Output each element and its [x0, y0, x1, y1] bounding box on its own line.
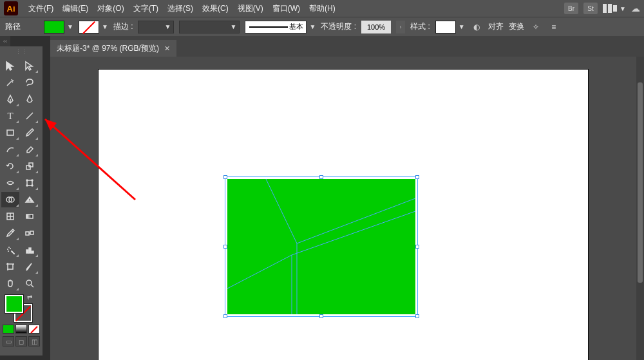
stock-icon[interactable]: St — [583, 3, 598, 14]
handle-mid-right[interactable] — [415, 245, 419, 249]
stroke-weight-dropdown[interactable]: ▼ — [138, 21, 174, 33]
color-mode-gradient[interactable] — [15, 325, 27, 334]
symbol-sprayer-tool[interactable] — [1, 242, 19, 258]
svg-line-0 — [26, 113, 33, 119]
column-graph-tool[interactable] — [21, 242, 39, 258]
document-tab-title: 未标题-3* @ 97% (RGB/预览) — [57, 43, 159, 54]
opacity-step-icon[interactable]: › — [396, 21, 405, 33]
eraser-tool[interactable] — [21, 142, 39, 157]
menu-object[interactable]: 对象(O) — [93, 1, 128, 17]
menu-window[interactable]: 窗口(W) — [269, 1, 304, 17]
swap-colors-icon[interactable]: ⇄ — [27, 294, 32, 301]
draw-behind-icon[interactable]: ◻ — [15, 336, 27, 346]
collapse-dock-icon[interactable]: ‹‹ — [0, 36, 10, 46]
stroke-dropdown-icon[interactable]: ▼ — [102, 23, 108, 30]
opacity-label: 不透明度 : — [321, 21, 356, 32]
menu-edit[interactable]: 编辑(E) — [59, 1, 92, 17]
document-tab[interactable]: 未标题-3* @ 97% (RGB/预览) ✕ — [50, 40, 176, 57]
svg-point-5 — [26, 180, 28, 181]
menu-effect[interactable]: 效果(C) — [198, 1, 232, 17]
vertical-scrollbar[interactable] — [636, 57, 644, 360]
color-mode-solid[interactable] — [3, 325, 14, 334]
handle-bottom-left[interactable] — [223, 314, 227, 318]
menu-select[interactable]: 选择(S) — [164, 1, 197, 17]
gradient-tool[interactable] — [21, 209, 39, 224]
style-dropdown-icon[interactable]: ▼ — [459, 23, 465, 30]
draw-inside-icon[interactable]: ◫ — [28, 336, 40, 346]
paintbrush-tool[interactable] — [21, 125, 39, 140]
svg-rect-20 — [32, 251, 33, 253]
artboard[interactable] — [99, 70, 588, 360]
zoom-tool[interactable] — [21, 276, 39, 291]
recolor-artwork-icon[interactable]: ◐ — [470, 21, 483, 33]
arrange-documents-icon[interactable] — [603, 4, 617, 13]
shaper-tool[interactable] — [1, 142, 19, 157]
svg-rect-16 — [30, 231, 33, 234]
panel-grab-icon[interactable]: ⋮⋮ — [1, 49, 41, 55]
svg-rect-14 — [26, 214, 33, 218]
eyedropper-tool[interactable] — [1, 225, 19, 241]
graphic-style-swatch[interactable] — [435, 21, 456, 33]
svg-rect-19 — [29, 248, 31, 253]
menu-type[interactable]: 文字(T) — [129, 1, 162, 17]
mesh-tool[interactable] — [1, 209, 19, 224]
rectangle-tool[interactable] — [1, 125, 19, 140]
perspective-grid-tool[interactable] — [21, 192, 39, 207]
svg-point-7 — [26, 185, 28, 186]
width-tool[interactable] — [1, 175, 19, 191]
line-tool[interactable] — [21, 108, 39, 124]
handle-bottom-right[interactable] — [415, 314, 419, 318]
direct-selection-tool[interactable] — [21, 58, 39, 73]
svg-line-28 — [266, 179, 297, 243]
magic-wand-tool[interactable] — [1, 75, 19, 90]
tool-panel: ⋮⋮ T — [0, 46, 43, 355]
free-transform-tool[interactable] — [21, 175, 39, 191]
brush-dropdown-icon[interactable]: ▼ — [309, 23, 316, 30]
green-rectangle-object[interactable] — [227, 179, 415, 314]
lasso-tool[interactable] — [21, 75, 39, 90]
pen-tool[interactable] — [1, 91, 19, 107]
fill-dropdown-icon[interactable]: ▼ — [67, 23, 73, 30]
app-icon: Ai — [4, 1, 18, 15]
svg-rect-21 — [8, 264, 13, 269]
scale-tool[interactable] — [21, 158, 39, 174]
close-tab-icon[interactable]: ✕ — [164, 44, 170, 53]
svg-line-31 — [292, 211, 415, 255]
draw-normal-icon[interactable]: ▭ — [3, 336, 14, 346]
transform-button[interactable]: 变换 — [509, 21, 524, 32]
hand-tool[interactable] — [1, 276, 19, 291]
color-mode-none[interactable] — [28, 325, 40, 334]
menu-view[interactable]: 视图(V) — [234, 1, 267, 17]
menu-help[interactable]: 帮助(H) — [305, 1, 339, 17]
align-button[interactable]: 对齐 — [488, 21, 504, 32]
scrollbar-thumb[interactable] — [638, 82, 643, 283]
handle-top-right[interactable] — [415, 175, 419, 179]
menu-file[interactable]: 文件(F) — [24, 1, 57, 17]
canvas-area[interactable] — [50, 57, 636, 360]
bridge-icon[interactable]: Br — [564, 3, 578, 14]
svg-rect-1 — [7, 130, 14, 135]
artboard-tool[interactable] — [1, 259, 19, 274]
opacity-input[interactable]: 100% — [361, 21, 391, 33]
variable-width-dropdown[interactable]: ▼ — [179, 21, 240, 33]
isolate-icon[interactable]: ✧ — [529, 21, 542, 33]
brush-definition-dropdown[interactable]: 基本 — [245, 21, 307, 33]
svg-rect-15 — [26, 232, 29, 235]
options-bar: 路径 ▼ ▼ 描边 : ▼ ▼ 基本 ▼ 不透明度 : 100% › 样式 : … — [0, 17, 644, 36]
curvature-tool[interactable] — [21, 91, 39, 107]
sync-icon[interactable]: ☁ — [631, 3, 640, 14]
handle-bottom-mid[interactable] — [319, 314, 323, 318]
dropdown-arrow-icon[interactable]: ▼ — [620, 5, 626, 12]
rotate-tool[interactable] — [1, 158, 19, 174]
fill-swatch[interactable] — [44, 21, 64, 33]
type-tool[interactable]: T — [1, 108, 19, 124]
shape-builder-tool[interactable] — [1, 192, 19, 207]
fill-color-swatch[interactable] — [5, 295, 23, 313]
fill-stroke-colors[interactable]: ⇄ — [5, 295, 32, 322]
selection-tool[interactable] — [1, 58, 19, 73]
options-menu-icon[interactable]: ≡ — [547, 21, 560, 33]
stroke-label: 描边 : — [113, 21, 133, 32]
blend-tool[interactable] — [21, 225, 39, 241]
stroke-swatch[interactable] — [79, 21, 99, 33]
slice-tool[interactable] — [21, 259, 39, 274]
